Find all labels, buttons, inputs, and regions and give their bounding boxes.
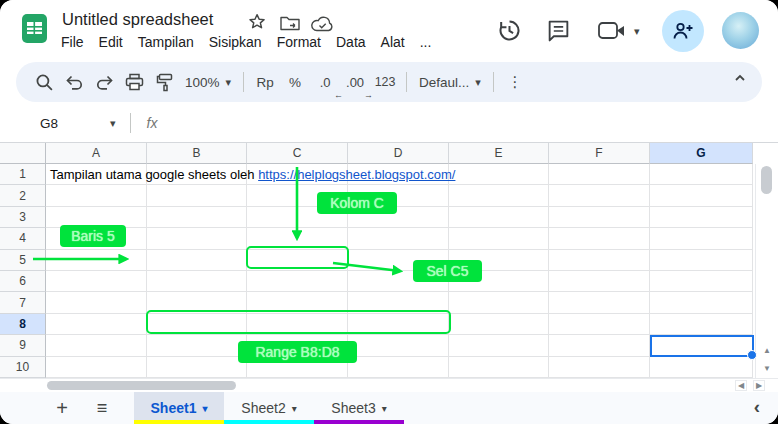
cell-f1[interactable] bbox=[549, 164, 650, 185]
all-sheets-button[interactable]: ≡ bbox=[84, 392, 120, 424]
sheet-tab-sheet1[interactable]: Sheet1▾ bbox=[134, 392, 224, 424]
column-header-e[interactable]: E bbox=[449, 143, 549, 164]
column-header-f[interactable]: F bbox=[549, 143, 650, 164]
column-header-d[interactable]: D bbox=[348, 143, 449, 164]
menu-item-sisipkan[interactable]: Sisipkan bbox=[209, 34, 262, 50]
search-icon[interactable] bbox=[29, 67, 59, 97]
font-select[interactable]: Defaul... ▾ bbox=[413, 75, 487, 90]
cell-b2[interactable] bbox=[147, 185, 247, 206]
sheet-tab-caret-icon[interactable]: ▾ bbox=[292, 403, 297, 414]
cell-g7[interactable] bbox=[650, 292, 753, 313]
selected-cell-g8[interactable] bbox=[650, 335, 754, 357]
scroll-down-icon[interactable]: ▼ bbox=[763, 364, 771, 373]
cell-a1-content[interactable]: Tampilan utama google sheets oleh https:… bbox=[50, 167, 455, 182]
cell-f6[interactable] bbox=[549, 271, 650, 292]
move-folder-icon[interactable] bbox=[280, 15, 300, 31]
cell-f5[interactable] bbox=[549, 250, 650, 271]
vertical-scroll-thumb[interactable] bbox=[761, 166, 772, 194]
sheet-tab-sheet2[interactable]: Sheet2▾ bbox=[224, 392, 314, 424]
sheet-tab-caret-icon[interactable]: ▾ bbox=[382, 403, 387, 414]
hide-menus-chevron-icon[interactable] bbox=[732, 70, 748, 86]
cell-c6[interactable] bbox=[247, 271, 348, 292]
select-all-corner[interactable] bbox=[0, 143, 46, 164]
more-options-icon[interactable]: ⋮ bbox=[500, 67, 530, 97]
cell-a1-link[interactable]: https://helplogsheet.blogspot.com/ bbox=[258, 167, 455, 182]
sheet-tab-sheet3[interactable]: Sheet3▾ bbox=[314, 392, 404, 424]
row-header-8[interactable]: 8 bbox=[0, 314, 46, 335]
format-percent-button[interactable]: % bbox=[280, 67, 310, 97]
decrease-decimal-button[interactable]: .0← bbox=[310, 67, 340, 97]
cell-f3[interactable] bbox=[549, 207, 650, 228]
cell-a2[interactable] bbox=[46, 185, 147, 206]
cell-b9[interactable] bbox=[147, 335, 247, 356]
cell-b10[interactable] bbox=[147, 357, 247, 378]
increase-decimal-button[interactable]: .00→ bbox=[340, 67, 370, 97]
menu-item-tampilan[interactable]: Tampilan bbox=[138, 34, 194, 50]
cell-a9[interactable] bbox=[46, 335, 147, 356]
print-icon[interactable] bbox=[119, 67, 149, 97]
sheetbar-collapse-chevron-icon[interactable]: ‹ bbox=[754, 396, 760, 418]
row-header-10[interactable]: 10 bbox=[0, 357, 46, 378]
cell-g3[interactable] bbox=[650, 207, 753, 228]
cell-e9[interactable] bbox=[449, 335, 549, 356]
cell-g5[interactable] bbox=[650, 250, 753, 271]
cell-a10[interactable] bbox=[46, 357, 147, 378]
add-sheet-button[interactable]: + bbox=[44, 392, 80, 424]
name-box-caret-icon[interactable]: ▾ bbox=[110, 117, 116, 130]
cell-e3[interactable] bbox=[449, 207, 549, 228]
account-avatar[interactable] bbox=[722, 12, 759, 49]
cell-f2[interactable] bbox=[549, 185, 650, 206]
cell-f4[interactable] bbox=[549, 228, 650, 249]
cell-g6[interactable] bbox=[650, 271, 753, 292]
cell-d9[interactable] bbox=[348, 335, 449, 356]
menu-item-file[interactable]: File bbox=[61, 34, 84, 50]
cell-d4[interactable] bbox=[348, 228, 449, 249]
cell-f7[interactable] bbox=[549, 292, 650, 313]
number-format-button[interactable]: 123 bbox=[370, 67, 400, 97]
format-currency-button[interactable]: Rp bbox=[250, 67, 280, 97]
cell-a5[interactable] bbox=[46, 250, 147, 271]
row-header-2[interactable]: 2 bbox=[0, 185, 46, 206]
video-call-caret-icon[interactable]: ▾ bbox=[634, 25, 640, 38]
cell-g1[interactable] bbox=[650, 164, 753, 185]
row-header-1[interactable]: 1 bbox=[0, 164, 46, 185]
undo-icon[interactable] bbox=[59, 67, 89, 97]
cell-g10[interactable] bbox=[650, 357, 753, 378]
horizontal-scroll-thumb[interactable] bbox=[47, 381, 236, 390]
scroll-right-icon[interactable]: ▶ bbox=[753, 380, 765, 391]
zoom-select[interactable]: 100% ▾ bbox=[179, 75, 237, 90]
row-header-6[interactable]: 6 bbox=[0, 271, 46, 292]
cell-g4[interactable] bbox=[650, 228, 753, 249]
cell-g2[interactable] bbox=[650, 185, 753, 206]
cell-e10[interactable] bbox=[449, 357, 549, 378]
row-header-5[interactable]: 5 bbox=[0, 250, 46, 271]
document-title[interactable]: Untitled spreadsheet bbox=[62, 10, 213, 29]
cloud-check-icon[interactable] bbox=[311, 16, 334, 32]
column-header-a[interactable]: A bbox=[46, 143, 147, 164]
cell-e1[interactable] bbox=[449, 164, 549, 185]
column-header-b[interactable]: B bbox=[147, 143, 247, 164]
menu-item-format[interactable]: Format bbox=[277, 34, 321, 50]
cell-b5[interactable] bbox=[147, 250, 247, 271]
menu-item-data[interactable]: Data bbox=[336, 34, 366, 50]
version-history-icon[interactable] bbox=[496, 17, 523, 44]
cell-a8[interactable] bbox=[46, 314, 147, 335]
scroll-left-icon[interactable]: ◀ bbox=[735, 380, 747, 391]
video-call-icon[interactable] bbox=[598, 21, 628, 41]
cell-b3[interactable] bbox=[147, 207, 247, 228]
cell-f8[interactable] bbox=[549, 314, 650, 335]
cell-f9[interactable] bbox=[549, 335, 650, 356]
menu-item-alat[interactable]: Alat bbox=[381, 34, 405, 50]
fill-handle[interactable] bbox=[747, 350, 757, 360]
cell-e8[interactable] bbox=[449, 314, 549, 335]
cell-b4[interactable] bbox=[147, 228, 247, 249]
cell-b6[interactable] bbox=[147, 271, 247, 292]
row-header-3[interactable]: 3 bbox=[0, 207, 46, 228]
column-header-g[interactable]: G bbox=[650, 143, 753, 164]
row-header-9[interactable]: 9 bbox=[0, 335, 46, 356]
comments-icon[interactable] bbox=[546, 18, 571, 43]
scroll-up-icon[interactable]: ▲ bbox=[763, 346, 771, 355]
paint-format-icon[interactable] bbox=[149, 67, 179, 97]
menu-item-[interactable]: ... bbox=[420, 34, 432, 50]
sheet-tab-caret-icon[interactable]: ▾ bbox=[202, 403, 207, 414]
